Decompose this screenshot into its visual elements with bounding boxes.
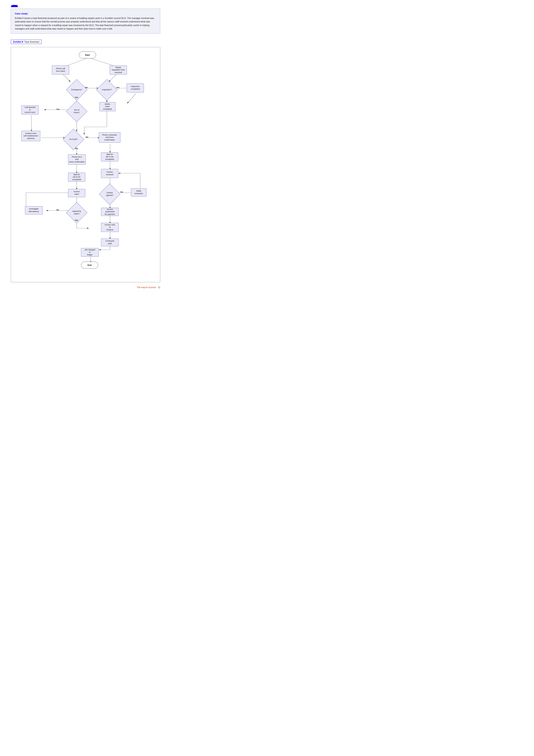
node-emergency-wrap: Emergency?: [68, 81, 85, 98]
label-no-dlojob: No: [86, 136, 88, 138]
node-inspection-wrap: Inspection?: [98, 81, 115, 98]
label-yes-agreedclient: Yes: [75, 219, 78, 221]
footer-page: 11: [158, 286, 160, 288]
footer-brand: The map to success: [137, 286, 156, 288]
exhibit-label: Exhibit 8: [13, 40, 23, 43]
node-emergency-label: Emergency?: [71, 89, 82, 91]
label-yes-outofhours: Yes: [56, 108, 60, 110]
node-phone-call: Phone call from client: [52, 66, 69, 74]
node-invoice-agreed-wrap: Invoice agreed?: [101, 186, 118, 203]
node-call-diverted: Call diverted to control room: [21, 105, 38, 115]
node-job-charged: Job charged to ledger: [81, 248, 99, 257]
node-agreed-by-client-wrap: Agreed by client?: [68, 204, 85, 221]
node-phone-contractor: Phone contractor and issue confirmation: [99, 132, 120, 143]
node-repair-form: Repair requisition form received: [110, 66, 127, 74]
node-agreed-by-client-label: Agreed by client?: [72, 210, 81, 215]
exhibit-title: : Task flowchart: [23, 40, 39, 43]
label-yes-dlojob: Yes: [75, 148, 78, 149]
exhibit-header: Exhibit 8: Task flowchart: [11, 40, 41, 44]
page-footer: The map to success 11: [11, 286, 160, 288]
case-study-title: Case study:: [15, 12, 156, 15]
case-study-box: Case study: Exhibit 8 shows a task flowc…: [11, 9, 160, 34]
node-dlo-job-label: DLO job?: [69, 138, 78, 141]
node-invoice-client: Invoice client: [68, 189, 85, 197]
node-out-of-hours-wrap: Out of hours?: [68, 103, 85, 120]
node-invoice-finance: Invoice sent to Finance: [101, 223, 119, 232]
svg-line-3: [109, 74, 116, 82]
label-no-invoiceagreed: No: [120, 191, 123, 193]
node-invoice-agreed-label: Invoice agreed?: [106, 192, 113, 197]
node-invoice-received: Invoice received: [101, 169, 118, 178]
node-wait-dlo: Wait for job to be completed: [68, 173, 85, 182]
flowchart: Start Phone call from client Repair requ…: [13, 49, 160, 276]
label-yes-inspection: Yes: [116, 86, 119, 89]
node-invoice-authorised: Invoice authorised for payment: [101, 208, 119, 216]
node-end: End: [81, 262, 98, 269]
node-inspection-label: Inspection?: [102, 89, 112, 91]
node-phone-dlo: Phone DLO and issue confirmation: [68, 154, 86, 165]
label-yes-emergency: Yes: [75, 96, 78, 98]
svg-line-6: [127, 94, 136, 103]
node-start: Start: [79, 51, 96, 58]
case-study-tab: [11, 5, 18, 7]
case-study-text: Exhibit 8 shows a task flowchart produce…: [15, 16, 156, 30]
svg-line-2: [63, 74, 70, 82]
node-investigate: Investigate discrepancy: [25, 206, 43, 214]
label-no-emergency: No: [85, 86, 88, 89]
node-out-of-hours-label: Out of hours?: [74, 109, 80, 114]
node-inspection-completed: Inspection completed: [127, 83, 144, 93]
node-control-room: Control room call maintenance stand-by: [21, 131, 40, 141]
flowchart-outer: Start Phone call from client Repair requ…: [11, 47, 160, 282]
node-dlo-job-wrap: DLO job?: [65, 131, 82, 148]
node-notify-contractor: Notify contractor: [131, 188, 146, 197]
node-wait-contractor: Wait for job to be completed: [101, 152, 118, 161]
node-contractor-paid: Contractor paid: [101, 239, 119, 246]
label-no-agreedclient: No: [57, 209, 59, 211]
node-works-order: Works order completed: [99, 102, 115, 111]
